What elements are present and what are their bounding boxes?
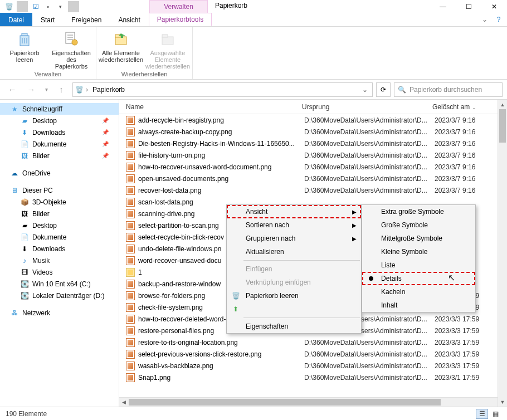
help-icon[interactable]: ? (490, 13, 507, 26)
view-extra-large[interactable]: Extra große Symbole (362, 205, 475, 218)
refresh-button[interactable]: ⟳ (376, 82, 391, 97)
file-name: always-create-backup-copy.png (138, 128, 304, 136)
file-deleted-date: 2023/3/3 17:59 (435, 350, 507, 358)
ribbon-chevron-icon[interactable]: ⌄ (479, 13, 490, 26)
view-medium[interactable]: Mittelgroße Symbole (362, 232, 475, 245)
qat-dropdown-icon[interactable]: ▾ (55, 1, 66, 12)
sidebar-quickaccess[interactable]: ★Schnellzugriff (0, 103, 119, 115)
svg-rect-7 (115, 37, 126, 45)
image-file-icon (126, 186, 135, 195)
image-file-icon (126, 174, 135, 183)
hscroll-thumb[interactable] (129, 399, 441, 406)
close-button[interactable]: ✕ (481, 0, 507, 13)
column-header-origin[interactable]: Ursprung (295, 103, 426, 111)
file-deleted-date: 2023/3/3 17:59 (435, 362, 507, 370)
sidebar-desktop[interactable]: ▰Desktop📌 (0, 115, 119, 126)
file-row[interactable]: Snap1.pngD:\360MoveData\Users\Administra… (119, 372, 507, 383)
back-button[interactable]: ← (4, 82, 20, 97)
sidebar-downloads[interactable]: ⬇Downloads📌 (0, 126, 119, 138)
view-details[interactable]: Details (362, 272, 475, 285)
sidebar-bilder2[interactable]: 🖼Bilder (0, 208, 119, 219)
tab-freigeben[interactable]: Freigeben (63, 13, 110, 26)
file-row[interactable]: restore-to-its-original-location.pngD:\3… (119, 336, 507, 348)
ctx-share[interactable]: ⬆ (227, 302, 361, 316)
share-icon: ⬆ (231, 305, 240, 314)
file-row[interactable]: select-previous-versions-click-restore.p… (119, 348, 507, 360)
image-file-icon (126, 198, 135, 207)
file-origin: D:\360MoveData\Users\Administrator\D... (304, 350, 435, 358)
column-header-deleted[interactable]: Gelöscht am ⌄ (426, 103, 507, 111)
qat-checkbox-icon[interactable]: ☑ (30, 1, 41, 12)
maximize-button[interactable]: ☐ (456, 0, 481, 13)
empty-recycle-bin-button[interactable]: Papierkorb leeren (3, 29, 46, 70)
pin-icon: 📌 (102, 141, 109, 147)
breadcrumb-papierkorb[interactable]: Papierkorb (90, 86, 127, 94)
tab-papierkorbtools[interactable]: Papierkorbtools (149, 13, 212, 26)
chevron-right-icon[interactable]: › (86, 86, 88, 94)
hscroll-left[interactable]: ◀ (119, 398, 129, 407)
details-view-button[interactable]: ☰ (476, 409, 488, 419)
view-small[interactable]: Kleine Symbole (362, 245, 475, 258)
ctx-aktualisieren[interactable]: Aktualisieren (227, 245, 361, 258)
sidebar-3dobjects[interactable]: 📦3D-Objekte (0, 196, 119, 208)
view-large[interactable]: Große Symbole (362, 218, 475, 232)
context-menu: Ansicht▶ Sortieren nach▶ Gruppieren nach… (226, 204, 362, 334)
file-row[interactable]: open-unsaved-documents.pngD:\360MoveData… (119, 173, 507, 184)
ctx-gruppieren[interactable]: Gruppieren nach▶ (227, 232, 361, 245)
ctx-ansicht[interactable]: Ansicht▶ (227, 205, 361, 218)
file-row[interactable]: recover-lost-data.pngD:\360MoveData\User… (119, 184, 507, 196)
address-dropdown-icon[interactable]: ⌄ (360, 86, 370, 94)
vscroll-thumb[interactable] (499, 109, 506, 143)
sidebar-netzwerk[interactable]: 🖧Netzwerk (0, 307, 119, 319)
column-header-name[interactable]: Name (119, 103, 295, 111)
ctx-leeren[interactable]: 🗑️Papierkorb leeren (227, 289, 361, 302)
file-row[interactable]: always-create-backup-copy.pngD:\360MoveD… (119, 126, 507, 138)
image-file-icon (126, 139, 135, 148)
search-icon: 🔍 (398, 86, 406, 94)
view-list[interactable]: Liste (362, 258, 475, 272)
qat-folder-icon[interactable]: ▫ (42, 1, 53, 12)
sidebar-videos[interactable]: 🎞Videos (0, 266, 119, 278)
thumbnails-view-button[interactable]: ▦ (489, 409, 501, 419)
file-name: wasabi-vs-backblaze.png (138, 362, 304, 370)
file-deleted-date: 2023/3/7 9:16 (435, 187, 507, 194)
file-deleted-date: 2023/3/3 17:59 (435, 315, 507, 323)
sidebar-thispc[interactable]: 🖥Dieser PC (0, 184, 119, 196)
address-bar[interactable]: 🗑️ › Papierkorb ⌄ (72, 82, 373, 97)
sidebar-musik[interactable]: ♪Musik (0, 255, 119, 266)
tab-ansicht[interactable]: Ansicht (110, 13, 148, 26)
sidebar-desktop2[interactable]: ▰Desktop (0, 219, 119, 231)
file-row[interactable]: wasabi-vs-backblaze.pngD:\360MoveData\Us… (119, 360, 507, 372)
sidebar-dokumente2[interactable]: 📄Dokumente (0, 231, 119, 243)
file-row[interactable]: add-recycle-bin-resgistry.pngD:\360MoveD… (119, 114, 507, 126)
minimize-button[interactable]: — (430, 0, 456, 13)
sidebar-onedrive[interactable]: ☁OneDrive (0, 167, 119, 179)
restore-all-button[interactable]: Alle Elemente wiederherstellen (100, 29, 142, 70)
file-deleted-date: 2023/3/3 17:59 (435, 327, 507, 335)
file-row[interactable]: file-history-turn-on.pngD:\360MoveData\U… (119, 149, 507, 161)
recycle-bin-properties-button[interactable]: Eigenschaften des Papierkorbs (50, 29, 92, 70)
view-submenu: Extra große Symbole Große Symbole Mittel… (362, 204, 476, 312)
sidebar-bilder[interactable]: 🖼Bilder📌 (0, 150, 119, 162)
sidebar-dokumente[interactable]: 📄Dokumente📌 (0, 138, 119, 150)
search-input[interactable]: 🔍 Papierkorb durchsuchen (394, 82, 503, 97)
file-row[interactable]: Die-besten-Registry-Hacks-in-Windows-11-… (119, 138, 507, 149)
view-tiles[interactable]: Kacheln (362, 285, 475, 299)
ctx-eigenschaften[interactable]: Eigenschaften (227, 320, 361, 333)
tab-start[interactable]: Start (32, 13, 63, 26)
sidebar-downloads2[interactable]: ⬇Downloads (0, 243, 119, 255)
ctx-sortieren[interactable]: Sortieren nach▶ (227, 218, 361, 232)
file-deleted-date: 2023/3/7 9:16 (435, 152, 507, 159)
vscroll-down[interactable]: ▼ (498, 397, 507, 407)
up-button[interactable]: ↑ (53, 82, 69, 97)
tab-datei[interactable]: Datei (0, 13, 32, 26)
image-file-icon (126, 163, 135, 172)
vscroll-up[interactable]: ▲ (498, 100, 507, 109)
sidebar-drive-d[interactable]: 💽Lokaler Datenträger (D:) (0, 290, 119, 301)
sidebar-drive-c[interactable]: 💽Win 10 Ent x64 (C:) (0, 278, 119, 290)
file-row[interactable]: how-to-recover-unsaved-word-document.png… (119, 161, 507, 173)
image-file-icon (126, 280, 135, 289)
view-content[interactable]: Inhalt (362, 299, 475, 312)
recent-dropdown[interactable]: ▾ (42, 82, 50, 97)
forward-button: → (23, 82, 39, 97)
